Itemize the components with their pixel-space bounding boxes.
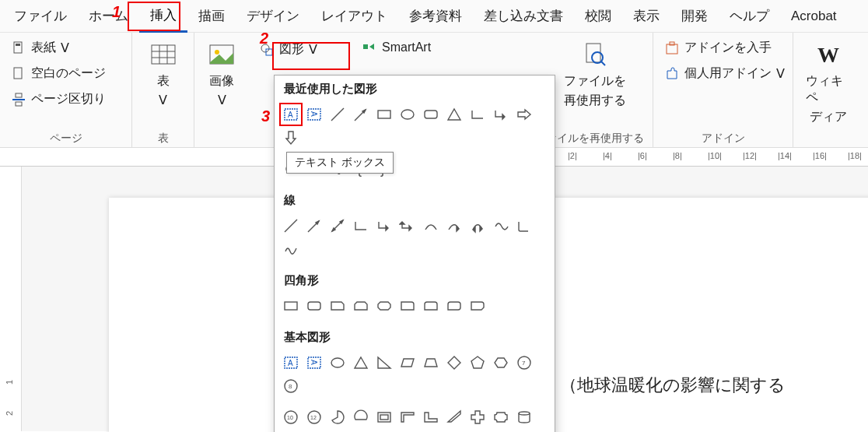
svg-line-26 [331, 108, 344, 121]
my-addins-button[interactable]: 個人用アドイン ᐯ [661, 63, 788, 84]
tab-home[interactable]: ホーム [78, 1, 139, 31]
tab-review[interactable]: 校閲 [574, 1, 622, 31]
table-label: 表 [157, 73, 170, 90]
shape-block-arrow-right[interactable] [513, 103, 536, 126]
group-tables-label: 表 [140, 128, 186, 146]
basic-lshape[interactable] [419, 406, 443, 429]
basic-decagon[interactable]: 10 [279, 406, 303, 429]
group-pages: 表紙 ᐯ 空白のページ ページ区切り ページ [0, 33, 132, 147]
shapes-button[interactable]: 図形 ᐯ [252, 37, 324, 61]
basic-triangle[interactable] [349, 351, 373, 374]
basic-diamond[interactable] [443, 351, 466, 374]
line-8[interactable] [443, 214, 466, 237]
basic-trapezoid[interactable] [419, 351, 443, 374]
basic-pentagon[interactable] [466, 351, 489, 374]
group-tables: 表 ᐯ 表 [132, 33, 194, 147]
shape-line[interactable] [326, 103, 349, 126]
line-7[interactable] [419, 214, 443, 237]
line-6[interactable] [396, 214, 419, 237]
line-3[interactable] [326, 214, 349, 237]
shape-block-arrow-down[interactable] [279, 126, 303, 149]
basic-cube2[interactable] [279, 429, 303, 432]
smartart-label: SmartArt [382, 40, 431, 54]
basic-halfframe[interactable] [396, 406, 419, 429]
tab-mailings[interactable]: 差し込み文書 [473, 1, 574, 31]
rect-1[interactable] [279, 294, 303, 318]
rect-2[interactable] [303, 294, 326, 318]
rect-7[interactable] [419, 294, 443, 318]
shape-l-connector[interactable] [466, 103, 489, 126]
tab-acrobat[interactable]: Acrobat [780, 2, 848, 30]
basic-octagon[interactable]: 8 [279, 374, 303, 398]
tab-references[interactable]: 参考資料 [398, 1, 473, 31]
line-4[interactable] [349, 214, 373, 237]
basic-pie[interactable] [326, 406, 349, 429]
basic-chord[interactable] [349, 406, 373, 429]
svg-marker-63 [471, 356, 484, 368]
rect-9[interactable] [466, 294, 489, 318]
svg-text:A: A [310, 111, 318, 117]
shape-textbox[interactable]: A [279, 103, 303, 126]
tab-insert[interactable]: 挿入 [139, 0, 187, 33]
pictures-button[interactable]: 画像 ᐯ [202, 37, 241, 111]
basic-frame[interactable] [373, 406, 396, 429]
table-button[interactable]: 表 ᐯ [144, 37, 183, 111]
basic-dodecagon[interactable]: 12 [303, 406, 326, 429]
shape-line-arrow[interactable] [349, 103, 373, 126]
basic-hexagon[interactable] [489, 351, 513, 374]
cover-page-button[interactable]: 表紙 ᐯ [8, 37, 109, 58]
tab-developer[interactable]: 開発 [670, 1, 719, 31]
svg-marker-64 [495, 358, 507, 367]
basic-textbox-v[interactable]: A [303, 351, 326, 374]
rect-4[interactable] [349, 294, 373, 318]
rect-6[interactable] [396, 294, 419, 318]
rect-5[interactable] [373, 294, 396, 318]
reuse-files-button[interactable]: ファイルを 再使用する [559, 37, 631, 112]
basic-textbox[interactable]: A [279, 351, 303, 374]
svg-marker-78 [471, 411, 484, 423]
blank-page-button[interactable]: 空白のページ [8, 63, 109, 84]
basic-heptagon[interactable]: 7 [513, 351, 536, 374]
page-break-button[interactable]: ページ区切り [8, 89, 109, 110]
shape-oval[interactable] [396, 103, 419, 126]
basic-can[interactable] [513, 406, 536, 429]
wikipedia-button[interactable]: W ウィキペ ディア [801, 37, 856, 128]
rect-8[interactable] [443, 294, 466, 318]
shape-rectangle[interactable] [373, 103, 396, 126]
shape-elbow-arrow[interactable] [489, 103, 513, 126]
line-2[interactable] [303, 214, 326, 237]
basic-oval[interactable] [326, 351, 349, 374]
tab-design[interactable]: デザイン [236, 1, 310, 31]
line-5[interactable] [373, 214, 396, 237]
chevron-down-icon: ᐯ [309, 42, 317, 57]
section-rects: 四角形 [275, 267, 555, 293]
smartart-button[interactable]: SmartArt [359, 37, 434, 58]
shapes-icon [259, 42, 275, 58]
tab-draw[interactable]: 描画 [187, 1, 236, 31]
shape-textbox-vertical[interactable]: A [303, 103, 326, 126]
get-addins-button[interactable]: アドインを入手 [661, 37, 788, 58]
basic-cross[interactable] [466, 406, 489, 429]
shape-triangle[interactable] [443, 103, 466, 126]
rect-3[interactable] [326, 294, 349, 318]
basic-diag[interactable] [443, 406, 466, 429]
basic-rtriangle[interactable] [373, 351, 396, 374]
line-1[interactable] [279, 214, 303, 237]
basic-plaque[interactable] [489, 406, 513, 429]
svg-marker-61 [425, 359, 437, 367]
svg-marker-60 [401, 359, 414, 367]
tab-file[interactable]: ファイル [3, 1, 78, 31]
tab-help[interactable]: ヘルプ [719, 1, 780, 31]
line-12[interactable] [279, 237, 303, 261]
svg-text:A: A [288, 111, 293, 119]
basic-parallelogram[interactable] [396, 351, 419, 374]
svg-text:A: A [310, 360, 318, 365]
tab-layout[interactable]: レイアウト [310, 1, 398, 31]
tab-view[interactable]: 表示 [622, 1, 670, 31]
line-9[interactable] [466, 214, 489, 237]
line-10[interactable] [489, 214, 513, 237]
reuse-files-icon [580, 40, 610, 70]
shape-rounded-rect[interactable] [419, 103, 443, 126]
svg-marker-28 [362, 110, 366, 113]
line-11[interactable] [513, 214, 536, 237]
